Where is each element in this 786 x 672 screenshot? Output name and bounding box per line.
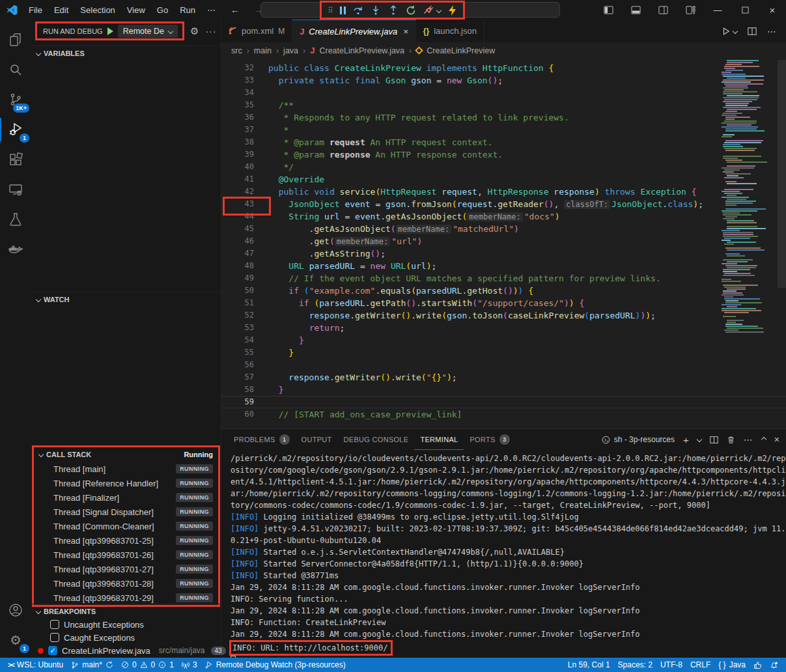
close-button[interactable]: × [759,0,786,20]
maximize-button[interactable] [731,0,759,20]
sidebar-item-remote-explorer[interactable] [0,175,31,204]
thread-row[interactable]: Thread [qtp399683701-28]RUNNING [34,576,218,591]
tab-launch-json[interactable]: {}launch.json [416,20,484,42]
thread-row[interactable]: Thread [qtp399683701-25]RUNNING [34,533,218,548]
panel-tab-ports[interactable]: PORTS3 [464,429,515,450]
line-number-gutter[interactable]: 50 [221,285,254,297]
menu-item-selection[interactable]: Selection [74,5,120,15]
menu-item-view[interactable]: View [121,5,151,15]
menu-item-go[interactable]: Go [151,5,174,15]
launch-config-dropdown[interactable]: Remote De [118,25,178,38]
line-number-gutter[interactable]: 52 [221,309,254,322]
line-number-gutter[interactable]: 58 [221,384,254,396]
code-line[interactable]: 38 * @param request An HTTP request cont… [221,136,786,148]
step-over-button[interactable] [353,5,363,16]
code-line[interactable]: 60 // [START add_ons_case_preview_link] [221,408,786,421]
line-number-gutter[interactable]: 47 [221,247,254,260]
drag-handle-icon[interactable]: ⠿ [328,6,333,15]
code-editor[interactable]: 32public class CreateLinkPreview impleme… [221,59,786,428]
code-line[interactable]: 49 // If the event object URL matches a … [221,272,786,285]
menu-item-run[interactable]: Run [174,5,201,15]
code-line[interactable]: 40 */ [221,161,786,173]
checkbox[interactable]: ✓ [48,646,57,655]
start-debug-icon[interactable] [107,27,113,35]
back-arrow-button[interactable]: ← [231,5,240,15]
line-number-gutter[interactable]: 60 [221,408,254,421]
chevron-down-icon[interactable] [697,437,702,442]
code-line[interactable]: 51 if (parsedURL.getPath().startsWith("/… [221,297,786,309]
variables-section[interactable]: VARIABLES [31,46,221,60]
terminal-output[interactable]: /pierrick/.m2/repository/io/cloudevents/… [221,450,786,658]
code-line[interactable]: 35 /** [221,99,786,111]
close-tab-icon[interactable]: × [403,27,408,36]
line-number-gutter[interactable]: 53 [221,322,254,334]
thread-row[interactable]: Thread [Reference Handler]RUNNING [34,476,218,490]
more-actions-icon[interactable]: ··· [205,26,216,36]
close-panel-icon[interactable]: × [774,434,779,445]
run-java-button[interactable] [722,27,737,36]
debug-session-item[interactable]: Remote Debug Watch (3p-resources) [201,658,350,672]
code-line[interactable]: 46 .get(memberName:"url") [221,235,786,247]
new-terminal-icon[interactable]: + [683,434,689,445]
line-number-gutter[interactable]: 32 [221,62,254,74]
code-line[interactable]: 55 } [221,346,786,359]
call-stack-section-header[interactable]: CALL STACK Running [34,447,218,462]
line-number-gutter[interactable]: 55 [221,346,254,359]
breakpoint-row[interactable]: Uncaught Exceptions [31,618,221,631]
sidebar-item-testing[interactable] [0,204,31,234]
configure-gear-icon[interactable]: ⚙ [190,25,199,37]
line-number-gutter[interactable]: 49 [221,272,254,285]
language-mode-item[interactable]: { }Java [714,658,750,672]
watch-section[interactable]: WATCH [31,292,221,306]
breakpoints-section-header[interactable]: BREAKPOINTS [31,604,221,618]
line-number-gutter[interactable]: 45 [221,223,254,235]
customize-layout-icon[interactable] [677,0,704,20]
line-number-gutter[interactable]: 39 [221,148,254,161]
pause-button[interactable] [340,7,346,14]
cursor-position-item[interactable]: Ln 59, Col 1 [564,658,614,672]
code-line[interactable]: 32public class CreateLinkPreview impleme… [221,62,786,74]
line-number-gutter[interactable]: 34 [221,87,254,99]
editor-scrollbar[interactable] [778,60,786,288]
split-terminal-icon[interactable] [710,436,718,444]
notifications-bell-icon[interactable] [766,658,782,672]
code-line[interactable]: 50 if ("example.com".equals(parsedURL.ge… [221,285,786,297]
breakpoint-row[interactable]: Caught Exceptions [31,631,221,644]
menu-item-file[interactable]: File [23,5,48,15]
account-icon[interactable] [0,595,31,625]
split-editor-icon[interactable] [748,27,757,36]
checkbox[interactable] [50,620,59,629]
hot-code-replace-button[interactable] [448,5,457,16]
tab-pom-xml[interactable]: pom.xmlM [221,20,292,42]
minimize-button[interactable]: — [704,0,731,20]
code-line[interactable]: 34 [221,87,786,99]
thread-row[interactable]: Thread [qtp399683701-29]RUNNING [34,591,218,605]
code-line[interactable]: 54 } [221,334,786,346]
code-line[interactable]: 33 private static final Gson gson = new … [221,74,786,87]
indentation-item[interactable]: Spaces: 2 [614,658,656,672]
line-number-gutter[interactable]: 48 [221,260,254,272]
minimap[interactable] [720,60,776,359]
code-line[interactable]: 56 [221,359,786,371]
more-actions-icon[interactable]: ⋯ [744,434,753,445]
panel-tab-terminal[interactable]: TERMINAL [414,429,464,450]
breadcrumb-item-createlinkpreview-java[interactable]: CreateLinkPreview.java [319,46,404,55]
line-number-gutter[interactable]: 43 [221,198,254,210]
line-number-gutter[interactable]: 54 [221,334,254,346]
code-line[interactable]: 47 .getAsString(); [221,247,786,260]
code-line[interactable]: 36 * Responds to any HTTP request relate… [221,111,786,124]
thread-row[interactable]: Thread [Common-Cleaner]RUNNING [34,519,218,533]
toggle-primary-sidebar-icon[interactable] [595,0,622,20]
thread-row[interactable]: Thread [Signal Dispatcher]RUNNING [34,505,218,519]
code-line[interactable]: 39 * @param response An HTTP response co… [221,148,786,161]
remote-indicator[interactable]: ><WSL: Ubuntu [4,658,67,672]
thread-row[interactable]: Thread [Finalizer]RUNNING [34,490,218,505]
sidebar-item-extensions[interactable] [0,145,31,175]
checkbox[interactable] [50,633,59,642]
breakpoint-row[interactable]: ✓CreateLinkPreview.javasrc/main/java43 [31,644,221,657]
menu-item-edit[interactable]: Edit [48,5,74,15]
line-number-gutter[interactable]: 59 [221,396,254,408]
toggle-secondary-sidebar-icon[interactable] [649,0,677,20]
sidebar-item-docker[interactable] [0,234,31,264]
tab-createlinkpreview-java[interactable]: JCreateLinkPreview.java× [292,20,416,42]
